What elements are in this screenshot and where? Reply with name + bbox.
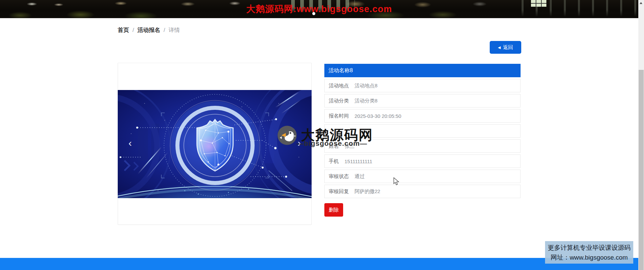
delete-button[interactable]: 删除 bbox=[324, 203, 343, 217]
carousel-prev-icon[interactable]: ‹ bbox=[125, 138, 136, 150]
page-scrollbar[interactable] bbox=[638, 0, 644, 270]
banner-watermark-text: 大鹅源码网:www.bigsgoose.com bbox=[0, 3, 638, 15]
detail-row-signup-time: 报名时间 2025-03-30 20:05:50 bbox=[324, 109, 521, 123]
breadcrumb-section[interactable]: 活动报名 bbox=[138, 26, 160, 34]
detail-label: 活动地点 bbox=[329, 83, 349, 89]
detail-row-audit-reply: 审核回复 阿萨的撒22 bbox=[324, 185, 521, 198]
banner-carousel-dot[interactable] bbox=[312, 12, 315, 15]
detail-value: 2025-03-30 20:05:50 bbox=[355, 113, 401, 119]
detail-row-audit-status: 审核状态 通过 bbox=[324, 170, 521, 183]
detail-value: 活动地点8 bbox=[355, 83, 377, 89]
back-arrow-icon: ◀ bbox=[498, 46, 500, 49]
footer-bar bbox=[0, 258, 638, 270]
breadcrumb-current: 详情 bbox=[168, 26, 180, 34]
scrollbar-thumb[interactable] bbox=[639, 70, 644, 270]
promo-line2: 网址：www.bigsgoose.com bbox=[545, 253, 633, 262]
hero-banner: 大鹅源码网:www.bigsgoose.com bbox=[0, 0, 638, 18]
detail-label: 审核状态 bbox=[329, 173, 349, 180]
detail-value: 15111111111 bbox=[344, 159, 372, 164]
breadcrumb: 首页 / 活动报名 / 详情 bbox=[118, 26, 180, 34]
detail-value: 阿萨的撒22 bbox=[355, 188, 380, 195]
breadcrumb-separator: / bbox=[132, 27, 134, 34]
detail-label: 报名时间 bbox=[329, 113, 349, 119]
goose-logo-icon bbox=[277, 126, 297, 145]
detail-label: 审核回复 bbox=[329, 188, 349, 195]
detail-row-location: 活动地点 活动地点8 bbox=[324, 79, 521, 92]
activity-name-header: 活动名称8 bbox=[324, 64, 521, 77]
detail-value: 通过 bbox=[355, 173, 365, 180]
back-button-label: 返回 bbox=[503, 44, 513, 51]
detail-value: 活动分类8 bbox=[355, 98, 377, 104]
back-button[interactable]: ◀ 返回 bbox=[490, 41, 521, 54]
detail-label: 手机 bbox=[329, 158, 339, 165]
breadcrumb-home[interactable]: 首页 bbox=[118, 26, 129, 34]
breadcrumb-separator: / bbox=[164, 27, 165, 34]
detail-label: 活动分类 bbox=[329, 98, 349, 104]
watermark-subtitle: —bigsgoose.com— bbox=[297, 139, 367, 147]
scrollbar-up-icon[interactable] bbox=[640, 2, 642, 4]
detail-row-phone: 手机 15111111111 bbox=[324, 154, 521, 168]
promo-box: 更多计算机专业毕设课设源码 网址：www.bigsgoose.com bbox=[545, 241, 633, 264]
detail-row-category: 活动分类 活动分类8 bbox=[324, 94, 521, 107]
promo-line1: 更多计算机专业毕设课设源码 bbox=[545, 243, 633, 252]
